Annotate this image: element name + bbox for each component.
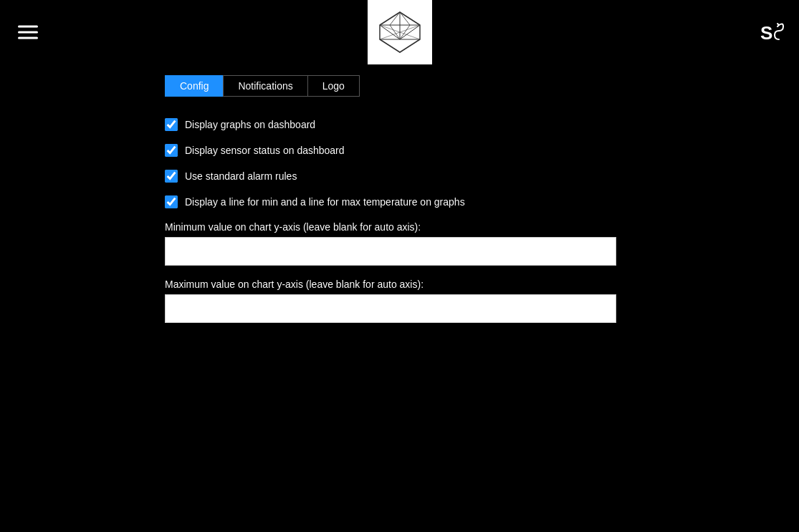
max-y-label: Maximum value on chart y-axis (leave bla… (165, 279, 799, 290)
checkbox-label-1: Display graphs on dashboard (185, 119, 315, 130)
checkbox-row-2: Display sensor status on dashboard (165, 144, 799, 157)
svg-line-9 (400, 39, 420, 52)
tab-config[interactable]: Config (165, 75, 223, 97)
settings-icon: S (759, 19, 785, 45)
header: S (0, 0, 799, 64)
svg-line-2 (400, 12, 420, 25)
svg-line-5 (400, 25, 420, 39)
content-area: Display graphs on dashboard Display sens… (165, 111, 799, 343)
hamburger-button[interactable] (14, 22, 42, 43)
svg-line-14 (400, 12, 410, 25)
tabs-container: Config Notifications Logo (165, 75, 799, 97)
logo-svg (378, 11, 421, 54)
min-y-input[interactable] (165, 237, 616, 266)
checkbox-label-2: Display sensor status on dashboard (185, 145, 345, 156)
checkbox-alarm-rules[interactable] (165, 170, 178, 183)
checkbox-graphs-dashboard[interactable] (165, 118, 178, 131)
hamburger-line-2 (18, 32, 38, 34)
svg-line-16 (400, 25, 410, 39)
checkbox-sensor-status[interactable] (165, 144, 178, 157)
tab-notifications[interactable]: Notifications (223, 75, 307, 97)
svg-line-8 (380, 39, 400, 52)
checkbox-row-3: Use standard alarm rules (165, 170, 799, 183)
checkbox-label-3: Use standard alarm rules (185, 170, 297, 182)
min-y-label: Minimum value on chart y-axis (leave bla… (165, 221, 799, 233)
logo (368, 0, 432, 64)
svg-line-1 (380, 12, 400, 25)
checkbox-row-4: Display a line for min and a line for ma… (165, 195, 799, 208)
hamburger-line-1 (18, 26, 38, 28)
svg-text:S: S (760, 22, 772, 44)
max-y-input[interactable] (165, 294, 616, 323)
checkbox-row-1: Display graphs on dashboard (165, 118, 799, 131)
tab-logo[interactable]: Logo (307, 75, 360, 97)
min-y-field-group: Minimum value on chart y-axis (leave bla… (165, 221, 799, 266)
svg-line-13 (390, 12, 400, 25)
max-y-field-group: Maximum value on chart y-axis (leave bla… (165, 279, 799, 323)
svg-line-4 (380, 25, 400, 39)
top-right-icon[interactable]: S (759, 19, 785, 45)
checkbox-label-4: Display a line for min and a line for ma… (185, 196, 465, 208)
svg-line-15 (390, 25, 400, 39)
hamburger-line-3 (18, 37, 38, 39)
checkbox-min-max-line[interactable] (165, 195, 178, 208)
